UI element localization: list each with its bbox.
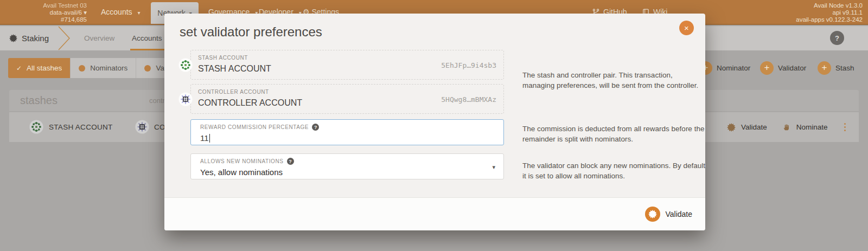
commission-hint: The commission is deducted from all rewa… bbox=[522, 124, 706, 144]
add-stash-button[interactable]: + Stash bbox=[818, 60, 854, 75]
api-version: api v9.11.1 bbox=[796, 9, 863, 16]
validate-submit-button[interactable]: Validate bbox=[645, 207, 692, 222]
apps-version: avail-apps v0.122.3-242 bbox=[796, 16, 863, 23]
controller-identicon[interactable] bbox=[178, 92, 193, 106]
chain-selector[interactable]: Avail Testnet 03 data-avail/6 ▾ #714,685 bbox=[0, 2, 87, 23]
nominations-label: ALLOWS NEW NOMINATIONS bbox=[200, 158, 284, 164]
commission-value: 11 bbox=[200, 133, 209, 143]
validator-burst-icon bbox=[727, 123, 736, 132]
modal-footer: Validate bbox=[164, 197, 705, 230]
chevron-down-icon: ▾ bbox=[137, 10, 140, 16]
chevron-down-icon: ▾ bbox=[492, 154, 495, 180]
stash-account-field: STASH ACCOUNT STASH ACCOUNT 5EhJFp…9i4sb… bbox=[190, 50, 504, 80]
text-cursor bbox=[209, 134, 210, 143]
hand-icon bbox=[782, 123, 791, 132]
filter-all-stashes[interactable]: ✓ All stashes bbox=[8, 58, 70, 78]
add-nominator-button[interactable]: + Nominator bbox=[699, 60, 750, 75]
filter-nominators[interactable]: Nominators bbox=[70, 58, 136, 78]
node-version: Avail Node v1.3.0 bbox=[796, 2, 863, 9]
kebab-menu-icon[interactable] bbox=[842, 121, 848, 134]
version-info: Avail Node v1.3.0 api v9.11.1 avail-apps… bbox=[796, 2, 863, 23]
plus-icon: + bbox=[818, 61, 831, 75]
chain-name: Avail Testnet 03 bbox=[0, 2, 87, 9]
chain-spec: data-avail/6 ▾ bbox=[0, 9, 87, 16]
check-icon: ✓ bbox=[16, 65, 22, 72]
close-button[interactable]: × bbox=[679, 21, 694, 35]
breadcrumb-chevron-icon bbox=[58, 26, 71, 50]
nominations-dropdown[interactable]: ALLOWS NEW NOMINATIONS ? Yes, allow nomi… bbox=[190, 153, 504, 179]
app-window: Avail Testnet 03 data-avail/6 ▾ #714,685… bbox=[0, 0, 868, 251]
close-icon: × bbox=[684, 23, 689, 33]
modal-title: set validator preferences bbox=[180, 24, 322, 40]
controller-account-field: CONTROLLER ACCOUNT CONTROLLER ACCOUNT 5H… bbox=[190, 84, 504, 114]
nominations-hint: The validator can block any new nominati… bbox=[522, 160, 706, 181]
controller-field-label: CONTROLLER ACCOUNT bbox=[198, 89, 269, 95]
plus-icon: + bbox=[760, 61, 774, 75]
help-icon[interactable]: ? bbox=[312, 124, 319, 131]
validate-row-button[interactable]: Validate bbox=[727, 123, 767, 132]
controller-address: 5HQwg8…mBMXAz bbox=[441, 95, 496, 104]
stash-field-value: STASH ACCOUNT bbox=[198, 64, 271, 74]
section-title: Staking bbox=[22, 26, 49, 50]
stash-identicon[interactable] bbox=[178, 58, 193, 72]
add-validator-button[interactable]: + Validator bbox=[760, 60, 806, 75]
tab-accounts[interactable]: Accounts bbox=[132, 26, 162, 50]
tab-overview[interactable]: Overview bbox=[84, 26, 114, 50]
commission-input[interactable]: REWARD COMMISSION PERCENTAGE ? 11 bbox=[190, 119, 504, 145]
commission-label: REWARD COMMISSION PERCENTAGE bbox=[200, 124, 309, 130]
dot-icon bbox=[144, 65, 151, 72]
staking-icon bbox=[9, 34, 17, 42]
row-actions: Validate Nominate bbox=[727, 112, 848, 142]
controller-identicon[interactable] bbox=[135, 120, 149, 134]
nominations-value: Yes, allow nominations bbox=[200, 168, 283, 177]
block-number: #714,685 bbox=[0, 16, 87, 23]
dot-icon bbox=[79, 65, 85, 72]
nominate-row-button[interactable]: Nominate bbox=[782, 123, 828, 132]
validator-burst-icon bbox=[645, 207, 660, 222]
help-icon[interactable]: ? bbox=[287, 158, 294, 165]
stash-identicon[interactable] bbox=[29, 120, 43, 134]
stash-account-name: STASH ACCOUNT bbox=[49, 112, 113, 142]
nav-accounts[interactable]: Accounts ▾ bbox=[101, 0, 141, 24]
stash-field-label: STASH ACCOUNT bbox=[198, 55, 248, 61]
stash-address: 5EhJFp…9i4sb3 bbox=[441, 61, 496, 69]
stash-controller-hint: The stash and controller pair. This tran… bbox=[522, 70, 706, 91]
chevron-down-icon: ▾ bbox=[84, 9, 87, 16]
active-tab-underline bbox=[130, 49, 165, 50]
controller-field-value: CONTROLLER ACCOUNT bbox=[198, 98, 302, 108]
help-button[interactable]: ? bbox=[830, 31, 844, 45]
validator-preferences-modal: set validator preferences × STASH ACCOUN… bbox=[164, 14, 705, 230]
column-stashes: stashes bbox=[20, 90, 58, 111]
